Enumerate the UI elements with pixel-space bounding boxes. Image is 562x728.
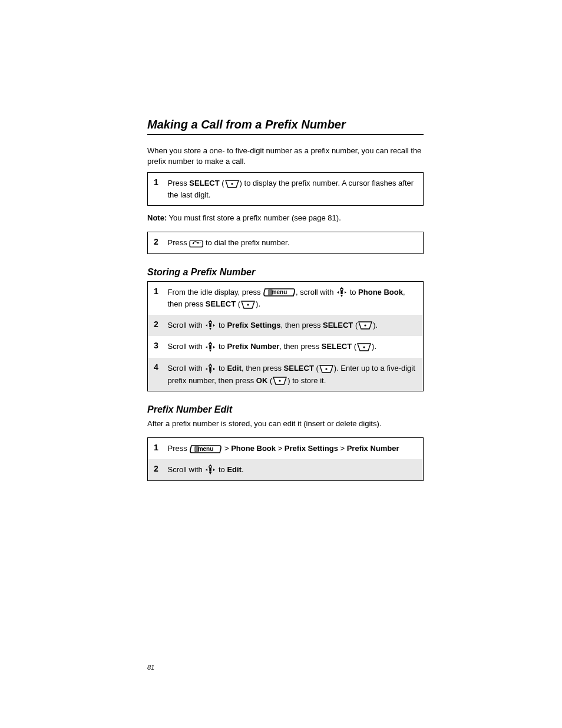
svg-rect-29 bbox=[210, 367, 211, 371]
t: Scroll with bbox=[168, 342, 205, 351]
section-storing-prefix-heading: Storing a Prefix Number bbox=[147, 267, 424, 278]
step-number: 2 bbox=[148, 315, 168, 337]
t: , then press bbox=[242, 364, 284, 373]
step-body: Press menu > Phone Book > Prefix Setting… bbox=[168, 438, 424, 459]
step-number: 4 bbox=[148, 358, 168, 391]
step-body: From the idle display, press menu , scro… bbox=[168, 281, 424, 315]
label-prefix-settings: Prefix Settings bbox=[285, 444, 338, 453]
t: ( bbox=[352, 342, 356, 351]
t: , then press bbox=[280, 321, 323, 330]
select-key-icon bbox=[356, 342, 372, 352]
label-phone-book: Phone Book bbox=[358, 288, 403, 297]
nav-key-icon bbox=[204, 319, 216, 331]
note-store-first: Note: You must first store a prefix numb… bbox=[147, 213, 424, 223]
t: ( bbox=[314, 364, 319, 373]
step-number: 2 bbox=[148, 232, 168, 254]
t: ). bbox=[256, 299, 260, 308]
svg-marker-11 bbox=[340, 295, 343, 297]
label-select: SELECT bbox=[189, 179, 219, 187]
svg-marker-25 bbox=[209, 350, 211, 352]
select-key-icon bbox=[272, 376, 287, 386]
t: to bbox=[216, 321, 227, 330]
svg-rect-15 bbox=[210, 324, 211, 327]
svg-marker-12 bbox=[340, 287, 343, 289]
t: > bbox=[276, 444, 285, 453]
svg-marker-9 bbox=[337, 291, 339, 294]
t: to bbox=[216, 364, 227, 373]
t: ) to store it. bbox=[287, 376, 326, 385]
svg-marker-46 bbox=[209, 465, 211, 467]
label-ok: OK bbox=[256, 376, 268, 385]
svg-point-0 bbox=[231, 183, 233, 185]
step-number: 2 bbox=[148, 459, 168, 481]
section-making-call-intro: When you store a one- to five-digit numb… bbox=[147, 146, 424, 166]
svg-marker-16 bbox=[206, 324, 207, 327]
steps-table-prefix-edit: 1 Press menu > Phone Book > Prefix Setti… bbox=[147, 437, 424, 481]
t: ( bbox=[353, 321, 358, 330]
svg-text:menu: menu bbox=[272, 289, 287, 295]
step-body: Scroll with to Edit, then press SELECT (… bbox=[168, 358, 424, 391]
t: Scroll with bbox=[168, 321, 205, 330]
section-divider bbox=[147, 134, 424, 135]
svg-rect-8 bbox=[340, 291, 342, 294]
svg-marker-23 bbox=[206, 346, 207, 348]
nav-key-icon bbox=[204, 341, 216, 353]
label-prefix-number: Prefix Number bbox=[227, 342, 279, 351]
label-select: SELECT bbox=[206, 299, 236, 308]
nav-key-icon bbox=[204, 363, 216, 375]
step-body: Scroll with to Prefix Number, then press… bbox=[168, 336, 424, 358]
label-phone-book: Phone Book bbox=[231, 444, 276, 453]
svg-marker-43 bbox=[206, 469, 207, 471]
steps-table-store-prefix: 1 From the idle display, press menu , sc… bbox=[147, 281, 424, 391]
speed-dial-key-icon bbox=[189, 239, 203, 248]
svg-marker-45 bbox=[209, 472, 211, 475]
section-prefix-edit-intro: After a prefix number is stored, you can… bbox=[147, 419, 424, 429]
steps-table-prefix-dial-2: 2 Press to dial the prefix number. bbox=[147, 232, 424, 254]
svg-text:menu: menu bbox=[198, 446, 214, 452]
select-key-icon bbox=[358, 321, 373, 330]
t: , then press bbox=[279, 342, 322, 351]
svg-marker-33 bbox=[209, 363, 211, 365]
t: ( bbox=[267, 376, 272, 385]
step-number: 1 bbox=[148, 438, 168, 459]
svg-marker-18 bbox=[209, 328, 211, 330]
t: ( bbox=[220, 179, 224, 187]
t: Scroll with bbox=[168, 465, 205, 474]
svg-marker-10 bbox=[345, 291, 346, 294]
svg-rect-42 bbox=[210, 468, 211, 472]
t: > bbox=[222, 444, 231, 453]
svg-point-1 bbox=[193, 243, 194, 244]
svg-marker-24 bbox=[213, 346, 215, 348]
t: to bbox=[216, 465, 227, 474]
svg-point-35 bbox=[279, 380, 281, 381]
t: ( bbox=[236, 299, 240, 308]
t: , scroll with bbox=[296, 288, 336, 297]
t: Press bbox=[168, 179, 190, 187]
t: Press bbox=[168, 444, 190, 453]
svg-marker-32 bbox=[209, 371, 211, 374]
label-prefix-settings: Prefix Settings bbox=[227, 321, 280, 330]
svg-point-34 bbox=[325, 368, 327, 370]
svg-marker-31 bbox=[213, 368, 215, 370]
svg-marker-17 bbox=[213, 324, 215, 327]
note-label: Note: bbox=[147, 213, 167, 222]
t: to bbox=[216, 342, 227, 351]
menu-key-icon: menu bbox=[263, 287, 296, 298]
step-number: 1 bbox=[148, 281, 168, 315]
svg-marker-26 bbox=[209, 341, 211, 344]
select-key-icon bbox=[319, 364, 334, 374]
label-select: SELECT bbox=[284, 364, 314, 373]
t: Press bbox=[168, 238, 190, 247]
svg-point-27 bbox=[363, 346, 365, 348]
step-body: Scroll with to Prefix Settings, then pre… bbox=[168, 315, 424, 337]
step-body: Press SELECT ( ) to display the prefix n… bbox=[168, 173, 424, 206]
svg-marker-30 bbox=[206, 368, 207, 370]
note-text: You must first store a prefix number (se… bbox=[167, 213, 341, 222]
label-edit: Edit bbox=[227, 364, 242, 373]
label-prefix-number: Prefix Number bbox=[347, 444, 399, 453]
step-number: 3 bbox=[148, 336, 168, 358]
menu-key-icon: menu bbox=[189, 444, 222, 454]
t: Scroll with bbox=[168, 364, 205, 373]
step-body: Scroll with to Edit. bbox=[168, 459, 424, 481]
t: ). bbox=[373, 321, 378, 330]
